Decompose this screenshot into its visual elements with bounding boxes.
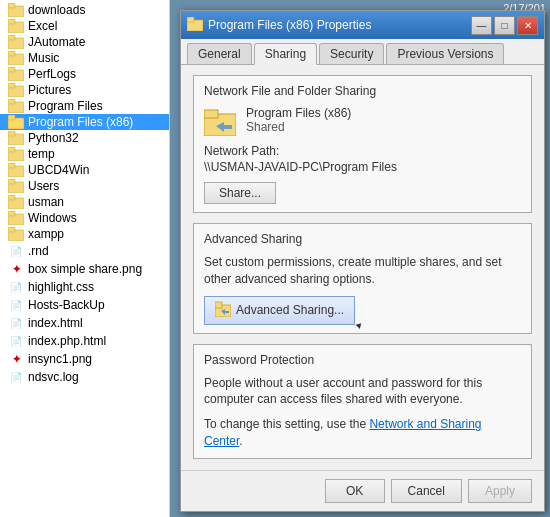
explorer-item-label: Music bbox=[28, 51, 59, 65]
folder-share-status: Shared bbox=[246, 120, 521, 134]
file-icon: 📄 bbox=[8, 333, 24, 349]
svg-rect-3 bbox=[8, 19, 15, 24]
folder-icon bbox=[8, 35, 24, 49]
explorer-item[interactable]: temp bbox=[0, 146, 169, 162]
password-protection-desc: People without a user account and passwo… bbox=[204, 375, 521, 409]
ok-button[interactable]: OK bbox=[325, 479, 385, 503]
folder-icon bbox=[8, 67, 24, 81]
explorer-item-label: temp bbox=[28, 147, 55, 161]
folder-icon bbox=[8, 99, 24, 113]
svg-rect-25 bbox=[8, 195, 15, 200]
minimize-button[interactable]: — bbox=[471, 16, 492, 35]
explorer-item-label: index.php.html bbox=[28, 334, 106, 348]
shared-folder-icon bbox=[204, 108, 236, 136]
file-icon: 📄 bbox=[8, 369, 24, 385]
svg-rect-1 bbox=[8, 3, 15, 8]
folder-icon bbox=[8, 3, 24, 17]
folder-icon bbox=[8, 163, 24, 177]
explorer-item[interactable]: PerfLogs bbox=[0, 66, 169, 82]
explorer-item-label: Python32 bbox=[28, 131, 79, 145]
explorer-item-label: Program Files (x86) bbox=[28, 115, 133, 129]
advanced-sharing-desc: Set custom permissions, create multiple … bbox=[204, 254, 521, 288]
maximize-button[interactable]: □ bbox=[494, 16, 515, 35]
password-protection-section: Password Protection People without a use… bbox=[193, 344, 532, 459]
tabs-bar: GeneralSharingSecurityPrevious Versions bbox=[181, 39, 544, 65]
svg-rect-27 bbox=[8, 211, 15, 216]
explorer-item[interactable]: Pictures bbox=[0, 82, 169, 98]
folder-icon bbox=[8, 83, 24, 97]
explorer-item[interactable]: usman bbox=[0, 194, 169, 210]
file-icon: ✦ bbox=[8, 351, 24, 367]
folder-icon bbox=[8, 51, 24, 65]
tab-security[interactable]: Security bbox=[319, 43, 384, 64]
explorer-item[interactable]: UBCD4Win bbox=[0, 162, 169, 178]
explorer-item[interactable]: downloads bbox=[0, 2, 169, 18]
share-button[interactable]: Share... bbox=[204, 182, 276, 204]
cancel-button[interactable]: Cancel bbox=[391, 479, 462, 503]
apply-button[interactable]: Apply bbox=[468, 479, 532, 503]
network-sharing-title: Network File and Folder Sharing bbox=[204, 84, 521, 98]
explorer-item[interactable]: ✦box simple share.png bbox=[0, 260, 169, 278]
network-path-label: Network Path: bbox=[204, 144, 521, 158]
explorer-item[interactable]: Music bbox=[0, 50, 169, 66]
explorer-item[interactable]: Python32 bbox=[0, 130, 169, 146]
explorer-item[interactable]: 📄Hosts-BackUp bbox=[0, 296, 169, 314]
explorer-item[interactable]: Excel bbox=[0, 18, 169, 34]
explorer-list: downloadsExcelJAutomateMusicPerfLogsPict… bbox=[0, 0, 169, 388]
explorer-item[interactable]: 📄index.php.html bbox=[0, 332, 169, 350]
explorer-item[interactable]: xampp bbox=[0, 226, 169, 242]
tab-general[interactable]: General bbox=[187, 43, 252, 64]
svg-rect-17 bbox=[8, 131, 15, 136]
advanced-sharing-button[interactable]: Advanced Sharing... bbox=[204, 296, 355, 325]
advanced-sharing-section: Advanced Sharing Set custom permissions,… bbox=[193, 223, 532, 334]
explorer-item[interactable]: Windows bbox=[0, 210, 169, 226]
properties-dialog: Program Files (x86) Properties — □ ✕ Gen… bbox=[180, 10, 545, 512]
file-icon: 📄 bbox=[8, 279, 24, 295]
svg-rect-29 bbox=[8, 227, 15, 232]
folder-icon bbox=[8, 179, 24, 193]
explorer-item[interactable]: Program Files bbox=[0, 98, 169, 114]
file-icon: 📄 bbox=[8, 315, 24, 331]
dialog-footer: OK Cancel Apply bbox=[181, 470, 544, 511]
explorer-item-label: Program Files bbox=[28, 99, 103, 113]
network-path-value: \\USMAN-JAVAID-PC\Program Files bbox=[204, 160, 521, 174]
svg-rect-33 bbox=[204, 110, 218, 118]
explorer-item[interactable]: Program Files (x86) bbox=[0, 114, 169, 130]
password-change-text: To change this setting, use the Network … bbox=[204, 416, 521, 450]
svg-rect-19 bbox=[8, 147, 15, 152]
file-icon: 📄 bbox=[8, 243, 24, 259]
dialog-title: Program Files (x86) Properties bbox=[208, 18, 371, 32]
title-buttons: — □ ✕ bbox=[471, 16, 538, 35]
file-icon: 📄 bbox=[8, 297, 24, 313]
explorer-item[interactable]: 📄ndsvc.log bbox=[0, 368, 169, 386]
explorer-item[interactable]: 📄index.html bbox=[0, 314, 169, 332]
svg-rect-21 bbox=[8, 163, 15, 168]
explorer-item-label: .rnd bbox=[28, 244, 49, 258]
tab-previous-versions[interactable]: Previous Versions bbox=[386, 43, 504, 64]
file-icon: ✦ bbox=[8, 261, 24, 277]
explorer-item-label: usman bbox=[28, 195, 64, 209]
svg-rect-5 bbox=[8, 35, 15, 40]
close-button[interactable]: ✕ bbox=[517, 16, 538, 35]
svg-rect-9 bbox=[8, 67, 15, 72]
explorer-item-label: Excel bbox=[28, 19, 57, 33]
sharing-info: Program Files (x86) Shared bbox=[246, 106, 521, 134]
explorer-item-label: index.html bbox=[28, 316, 83, 330]
folder-icon bbox=[8, 227, 24, 241]
network-sharing-content: Program Files (x86) Shared bbox=[204, 106, 521, 136]
svg-rect-11 bbox=[8, 83, 15, 88]
folder-icon bbox=[8, 19, 24, 33]
explorer-item[interactable]: 📄highlight.css bbox=[0, 278, 169, 296]
svg-rect-23 bbox=[8, 179, 15, 184]
tab-sharing[interactable]: Sharing bbox=[254, 43, 317, 65]
svg-rect-13 bbox=[8, 99, 15, 104]
explorer-item[interactable]: 📄.rnd bbox=[0, 242, 169, 260]
title-left: Program Files (x86) Properties bbox=[187, 17, 371, 33]
explorer-item[interactable]: ✦insync1.png bbox=[0, 350, 169, 368]
explorer-item[interactable]: Users bbox=[0, 178, 169, 194]
explorer-item-label: ndsvc.log bbox=[28, 370, 79, 384]
explorer-item-label: downloads bbox=[28, 3, 85, 17]
explorer-item-label: insync1.png bbox=[28, 352, 92, 366]
advanced-sharing-title: Advanced Sharing bbox=[204, 232, 521, 246]
explorer-item[interactable]: JAutomate bbox=[0, 34, 169, 50]
